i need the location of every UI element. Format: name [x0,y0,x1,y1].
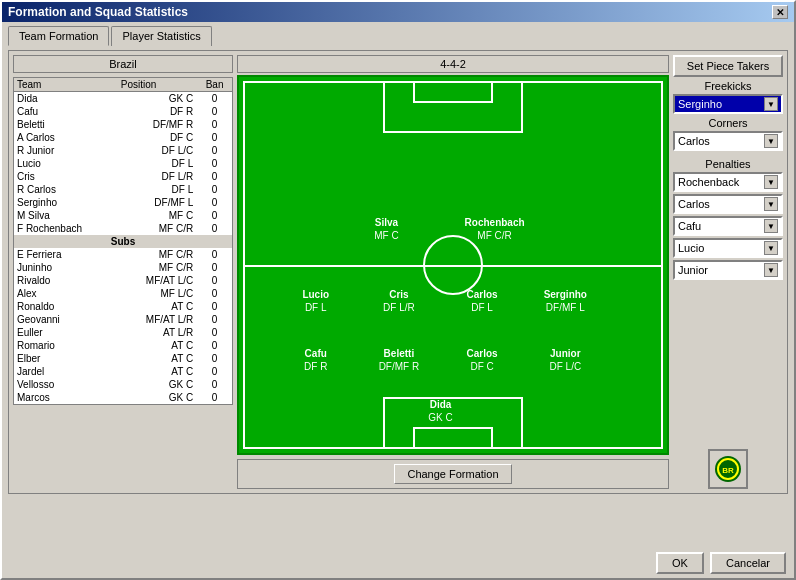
table-row[interactable]: M Silva MF C 0 [14,209,232,222]
player-name: R Carlos [14,183,118,196]
tab-player-statistics[interactable]: Player Statistics [111,26,211,46]
table-row[interactable]: R Junior DF L/C 0 [14,144,232,157]
player-position: MF L/C [118,287,197,300]
player-name: Dida [14,92,118,106]
player-position: AT C [118,300,197,313]
pitch-player-pos: DF L/C [549,361,581,372]
penalty3-arrow[interactable]: ▼ [764,219,778,233]
table-row[interactable]: A Carlos DF C 0 [14,131,232,144]
change-formation-button[interactable]: Change Formation [394,464,511,484]
table-row[interactable]: Dida GK C 0 [14,92,232,106]
pitch-player-name: Lucio [302,289,329,300]
penalty5-value: Junior [678,264,764,276]
svg-text:BR: BR [722,466,734,475]
table-row[interactable]: Serginho DF/MF L 0 [14,196,232,209]
pitch-player-pos: DF R [304,361,327,372]
tab-team-formation[interactable]: Team Formation [8,26,109,46]
penalty5-dropdown[interactable]: Junior ▼ [673,260,783,280]
table-row[interactable]: Cafu DF R 0 [14,105,232,118]
pitch-player: CafuDF R [304,347,327,373]
freekicks-section: Freekicks Serginho ▼ [673,80,783,114]
player-name: Lucio [14,157,118,170]
subs-header: Subs [14,235,232,248]
player-position: DF L [118,157,197,170]
table-row[interactable]: F Rochenbach MF C/R 0 [14,222,232,235]
player-name: Ronaldo [14,300,118,313]
table-row[interactable]: Euller AT L/R 0 [14,326,232,339]
table-row[interactable]: Alex MF L/C 0 [14,287,232,300]
player-name: Cris [14,170,118,183]
team-label: Brazil [13,55,233,73]
player-name: M Silva [14,209,118,222]
player-ban: 0 [197,313,232,326]
pitch-player: LucioDF L [302,288,329,314]
corners-dropdown[interactable]: Carlos ▼ [673,131,783,151]
player-name: Elber [14,352,118,365]
penalty1-dropdown[interactable]: Rochenback ▼ [673,172,783,192]
center-circle [423,235,483,295]
penalty3-dropdown[interactable]: Cafu ▼ [673,216,783,236]
tab-content: Brazil Team Position Ban Dida [8,50,788,494]
pitch-player: SerginhoDF/MF L [544,288,587,314]
table-row[interactable]: Elber AT C 0 [14,352,232,365]
freekicks-dropdown-arrow[interactable]: ▼ [764,97,778,111]
player-ban: 0 [197,365,232,378]
player-ban: 0 [197,352,232,365]
penalties-section: Penalties Rochenback ▼ Carlos ▼ Cafu ▼ [673,158,783,280]
pitch-player-name: Serginho [544,289,587,300]
cancel-button[interactable]: Cancelar [710,552,786,574]
ok-button[interactable]: OK [656,552,704,574]
player-name: Jardel [14,365,118,378]
pitch-player: CarlosDF L [467,288,498,314]
player-ban: 0 [197,391,232,404]
player-ban: 0 [197,378,232,391]
table-row[interactable]: Jardel AT C 0 [14,365,232,378]
corners-dropdown-arrow[interactable]: ▼ [764,134,778,148]
penalty1-arrow[interactable]: ▼ [764,175,778,189]
close-button[interactable]: ✕ [772,5,788,19]
table-row[interactable]: Geovanni MF/AT L/R 0 [14,313,232,326]
player-name: Geovanni [14,313,118,326]
table-row[interactable]: Romario AT C 0 [14,339,232,352]
goal-bottom [413,427,493,447]
table-row[interactable]: Vellosso GK C 0 [14,378,232,391]
player-position: MF/AT L/R [118,313,197,326]
pitch-player-pos: MF C [374,230,398,241]
table-row[interactable]: Marcos GK C 0 [14,391,232,404]
player-position: AT C [118,339,197,352]
freekicks-dropdown[interactable]: Serginho ▼ [673,94,783,114]
pitch-player: CrisDF L/R [383,288,415,314]
table-row[interactable]: Juninho MF C/R 0 [14,261,232,274]
set-piece-takers-button[interactable]: Set Piece Takers [673,55,783,77]
goal-top [413,83,493,103]
table-row[interactable]: E Ferriera MF C/R 0 [14,248,232,261]
player-ban: 0 [197,118,232,131]
player-position: DF/MF R [118,118,197,131]
player-position: DF C [118,131,197,144]
table-row[interactable]: Ronaldo AT C 0 [14,300,232,313]
penalties-label: Penalties [673,158,783,170]
penalty4-arrow[interactable]: ▼ [764,241,778,255]
corners-value: Carlos [678,135,764,147]
table-row[interactable]: Cris DF L/R 0 [14,170,232,183]
pitch-player-name: Dida [430,399,452,410]
table-row[interactable]: Beletti DF/MF R 0 [14,118,232,131]
player-position: AT C [118,365,197,378]
player-name: Juninho [14,261,118,274]
penalty1-value: Rochenback [678,176,764,188]
table-row[interactable]: R Carlos DF L 0 [14,183,232,196]
player-name: Beletti [14,118,118,131]
player-position: AT L/R [118,326,197,339]
col-team: Team [14,78,118,92]
table-row[interactable]: Lucio DF L 0 [14,157,232,170]
team-emblem: BR [708,449,748,489]
penalty2-arrow[interactable]: ▼ [764,197,778,211]
penalty5-arrow[interactable]: ▼ [764,263,778,277]
table-row[interactable]: Rivaldo MF/AT L/C 0 [14,274,232,287]
penalty2-dropdown[interactable]: Carlos ▼ [673,194,783,214]
penalty4-dropdown[interactable]: Lucio ▼ [673,238,783,258]
pitch-player: BelettiDF/MF R [379,347,420,373]
player-position: MF C [118,209,197,222]
player-name: Cafu [14,105,118,118]
penalty4-value: Lucio [678,242,764,254]
